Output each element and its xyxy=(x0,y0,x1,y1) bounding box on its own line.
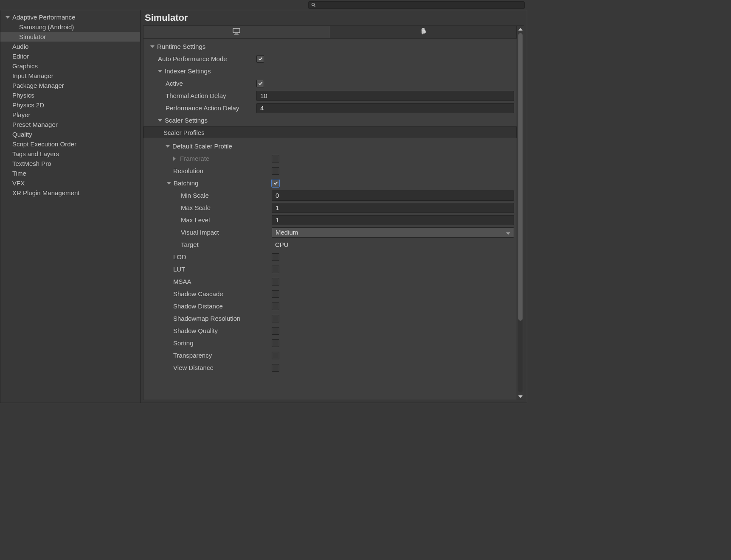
sidebar-item-xr-plugin-management[interactable]: XR Plugin Management xyxy=(0,188,140,198)
chevron-up-icon xyxy=(518,28,523,31)
checkbox-sorting[interactable] xyxy=(272,339,279,347)
chevron-right-icon xyxy=(173,157,176,161)
chevron-down-icon xyxy=(6,16,10,19)
checkbox-transparency[interactable] xyxy=(272,352,279,359)
sidebar-item-script-execution-order[interactable]: Script Execution Order xyxy=(0,139,140,149)
chevron-down-icon xyxy=(158,70,162,73)
label-lod: LOD xyxy=(146,253,256,260)
svg-rect-0 xyxy=(233,28,240,33)
sidebar: Adaptive Performance Samsung (Android) S… xyxy=(0,10,141,403)
sidebar-item-time[interactable]: Time xyxy=(0,168,140,178)
sidebar-item-label: Audio xyxy=(12,43,28,50)
top-toolbar xyxy=(0,0,527,10)
checkbox-shadow-cascade[interactable] xyxy=(272,290,279,298)
checkbox-shadow-distance[interactable] xyxy=(272,302,279,310)
sidebar-item-quality[interactable]: Quality xyxy=(0,129,140,139)
sidebar-item-label: Input Manager xyxy=(12,72,53,79)
page-title: Simulator xyxy=(145,12,188,23)
input-max-scale[interactable] xyxy=(272,203,514,213)
label-lut: LUT xyxy=(146,266,256,273)
sidebar-item-vfx[interactable]: VFX xyxy=(0,178,140,188)
input-max-level[interactable] xyxy=(272,215,514,225)
label-auto-performance-mode: Auto Performance Mode xyxy=(146,55,256,62)
sidebar-item-tags-and-layers[interactable]: Tags and Layers xyxy=(0,149,140,159)
checkbox-shadowmap-resolution[interactable] xyxy=(272,315,279,322)
chevron-down-icon xyxy=(166,145,170,148)
scroll-down-button[interactable] xyxy=(517,393,524,400)
section-runtime-settings[interactable]: Runtime Settings xyxy=(146,43,205,50)
scrollbar-track[interactable] xyxy=(518,33,523,392)
monitor-icon xyxy=(233,28,240,36)
sidebar-item-preset-manager[interactable]: Preset Manager xyxy=(0,120,140,129)
chevron-down-icon xyxy=(518,395,523,398)
sidebar-item-label: Samsung (Android) xyxy=(19,23,74,31)
input-performance-action-delay[interactable] xyxy=(256,103,514,113)
sidebar-item-simulator[interactable]: Simulator xyxy=(0,32,140,42)
label-visual-impact: Visual Impact xyxy=(146,229,256,236)
sidebar-item-editor[interactable]: Editor xyxy=(0,51,140,61)
svg-rect-1 xyxy=(235,34,238,34)
label-thermal-action-delay: Thermal Action Delay xyxy=(146,92,256,99)
sidebar-item-label: Simulator xyxy=(19,33,46,40)
label-msaa: MSAA xyxy=(146,278,256,285)
sidebar-item-physics[interactable]: Physics xyxy=(0,90,140,100)
android-icon xyxy=(420,28,426,36)
sidebar-item-label: Quality xyxy=(12,131,32,138)
checkbox-batching[interactable] xyxy=(272,179,279,187)
label-target: Target xyxy=(146,241,256,248)
checkbox-lut[interactable] xyxy=(272,266,279,273)
tab-desktop[interactable] xyxy=(143,26,330,39)
checkbox-lod[interactable] xyxy=(272,253,279,261)
input-thermal-action-delay[interactable] xyxy=(256,91,514,101)
label-max-level: Max Level xyxy=(146,216,256,224)
input-min-scale[interactable] xyxy=(272,190,514,201)
scrollbar-thumb[interactable] xyxy=(518,33,523,321)
checkbox-msaa[interactable] xyxy=(272,278,279,286)
sidebar-item-label: Physics xyxy=(12,92,34,99)
sidebar-item-label: Package Manager xyxy=(12,82,64,89)
label-indexer-active: Active xyxy=(146,80,256,87)
sidebar-item-physics-2d[interactable]: Physics 2D xyxy=(0,100,140,110)
sidebar-item-player[interactable]: Player xyxy=(0,110,140,120)
sidebar-item-label: XR Plugin Management xyxy=(12,189,79,196)
scaler-profiles-bar[interactable]: Scaler Profiles xyxy=(143,126,517,138)
sidebar-item-label: Tags and Layers xyxy=(12,150,59,157)
checkbox-indexer-active[interactable] xyxy=(256,80,264,87)
label-max-scale: Max Scale xyxy=(146,204,256,211)
sidebar-item-label: Physics 2D xyxy=(12,101,44,109)
vertical-scrollbar[interactable] xyxy=(517,26,524,400)
label-shadow-quality: Shadow Quality xyxy=(146,327,256,334)
search-box[interactable] xyxy=(308,1,525,9)
label-shadow-cascade: Shadow Cascade xyxy=(146,290,256,297)
sidebar-item-samsung-android[interactable]: Samsung (Android) xyxy=(0,22,140,32)
section-default-scaler-profile[interactable]: Default Scaler Profile xyxy=(146,143,232,150)
checkbox-shadow-quality[interactable] xyxy=(272,327,279,335)
svg-rect-2 xyxy=(234,34,239,34)
section-scaler-settings[interactable]: Scaler Settings xyxy=(146,117,208,124)
search-icon xyxy=(311,1,316,9)
sidebar-item-label: Time xyxy=(12,170,26,177)
tab-android[interactable] xyxy=(330,26,517,39)
label-batching[interactable]: Batching xyxy=(146,179,256,187)
checkbox-auto-performance-mode[interactable] xyxy=(256,55,264,63)
sidebar-item-textmesh-pro[interactable]: TextMesh Pro xyxy=(0,159,140,168)
checkbox-resolution[interactable] xyxy=(272,167,279,175)
search-input[interactable] xyxy=(318,2,522,8)
sidebar-item-package-manager[interactable]: Package Manager xyxy=(0,81,140,90)
platform-tabs xyxy=(143,26,517,39)
sidebar-item-label: Graphics xyxy=(12,62,38,70)
sidebar-item-label: Script Execution Order xyxy=(12,140,76,148)
content-header: Simulator xyxy=(141,10,527,25)
sidebar-item-label: TextMesh Pro xyxy=(12,160,51,167)
checkbox-view-distance[interactable] xyxy=(272,364,279,372)
sidebar-item-input-manager[interactable]: Input Manager xyxy=(0,71,140,81)
sidebar-item-graphics[interactable]: Graphics xyxy=(0,61,140,71)
sidebar-item-audio[interactable]: Audio xyxy=(0,42,140,51)
label-min-scale: Min Scale xyxy=(146,192,256,199)
section-indexer-settings[interactable]: Indexer Settings xyxy=(146,67,211,75)
scroll-up-button[interactable] xyxy=(517,26,524,32)
chevron-down-icon xyxy=(158,119,162,122)
select-visual-impact[interactable]: Medium xyxy=(272,227,514,238)
sidebar-item-adaptive-performance[interactable]: Adaptive Performance xyxy=(0,12,140,22)
checkbox-framerate[interactable] xyxy=(272,155,279,162)
